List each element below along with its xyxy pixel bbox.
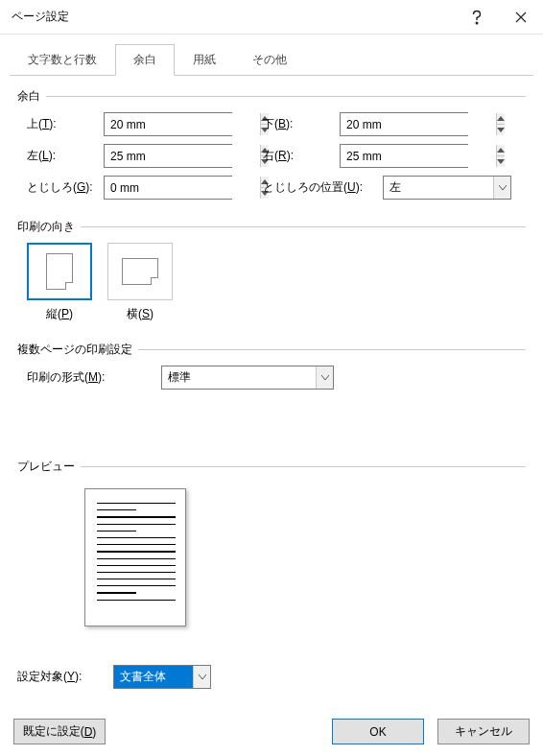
orientation-portrait-label: 縦(P) <box>27 306 92 322</box>
spin-down-icon[interactable] <box>497 124 505 135</box>
margin-right-input[interactable] <box>341 145 496 167</box>
margin-top-input[interactable] <box>105 113 260 135</box>
spin-up-icon[interactable] <box>497 113 505 124</box>
margin-left-spinner[interactable] <box>104 144 232 168</box>
tab-margins[interactable]: 余白 <box>115 44 175 76</box>
multipage-legend: 複数ページの印刷設定 <box>17 342 138 358</box>
page-preview <box>84 488 186 626</box>
margin-right-spinner[interactable] <box>340 144 468 168</box>
apply-to-value: 文書全体 <box>114 666 193 688</box>
close-button[interactable] <box>499 0 543 35</box>
print-format-select[interactable]: 標準 <box>161 366 334 390</box>
tab-other[interactable]: その他 <box>234 44 305 76</box>
orientation-landscape[interactable]: 横(S) <box>107 243 173 322</box>
gutter-spinner[interactable] <box>104 176 232 200</box>
ok-button[interactable]: OK <box>332 719 424 744</box>
dialog-footer: 既定に設定(D) OK キャンセル <box>0 707 543 756</box>
print-format-value: 標準 <box>162 369 316 386</box>
orientation-portrait[interactable]: 縦(P) <box>27 243 92 322</box>
orientation-legend: 印刷の向き <box>17 219 81 235</box>
apply-to-select[interactable]: 文書全体 <box>113 665 211 689</box>
gutter-label: とじしろ(G): <box>17 179 104 196</box>
margins-group: 余白 上(T): 下(B): 左(L): 右(R): <box>17 88 526 207</box>
print-format-label: 印刷の形式(M): <box>17 369 161 386</box>
help-button[interactable] <box>455 0 499 35</box>
gutter-position-label: とじしろの位置(U): <box>253 179 383 196</box>
tab-strip: 文字数と行数 余白 用紙 その他 <box>10 44 533 76</box>
gutter-position-value: 左 <box>384 179 493 196</box>
margin-top-spinner[interactable] <box>104 112 232 136</box>
preview-legend: プレビュー <box>17 459 81 475</box>
window-title: ページ設定 <box>12 9 455 25</box>
margin-bottom-spinner[interactable] <box>340 112 468 136</box>
preview-group: プレビュー <box>17 459 526 626</box>
margins-legend: 余白 <box>17 88 46 105</box>
gutter-input[interactable] <box>105 177 260 199</box>
set-default-button[interactable]: 既定に設定(D) <box>13 719 106 744</box>
spin-up-icon[interactable] <box>497 145 505 155</box>
svg-point-0 <box>476 22 478 24</box>
orientation-group: 印刷の向き 縦(P) 横(S) <box>17 219 526 330</box>
tab-chars-lines[interactable]: 文字数と行数 <box>10 44 115 76</box>
margin-bottom-input[interactable] <box>341 113 496 135</box>
margin-bottom-label: 下(B): <box>253 116 340 132</box>
margin-left-label: 左(L): <box>17 148 104 164</box>
gutter-position-select[interactable]: 左 <box>383 176 511 200</box>
cancel-button[interactable]: キャンセル <box>437 719 530 744</box>
margin-top-label: 上(T): <box>17 116 104 132</box>
margin-left-input[interactable] <box>105 145 260 167</box>
tab-paper[interactable]: 用紙 <box>175 44 234 76</box>
orientation-landscape-label: 横(S) <box>107 306 173 322</box>
chevron-down-icon[interactable] <box>316 366 333 389</box>
margin-right-label: 右(R): <box>253 148 340 164</box>
chevron-down-icon[interactable] <box>493 177 510 199</box>
spin-down-icon[interactable] <box>497 155 505 167</box>
apply-to-label: 設定対象(Y): <box>17 669 113 685</box>
multipage-group: 複数ページの印刷設定 印刷の形式(M): 標準 <box>17 342 526 397</box>
title-bar: ページ設定 <box>0 0 543 35</box>
chevron-down-icon[interactable] <box>193 666 210 688</box>
